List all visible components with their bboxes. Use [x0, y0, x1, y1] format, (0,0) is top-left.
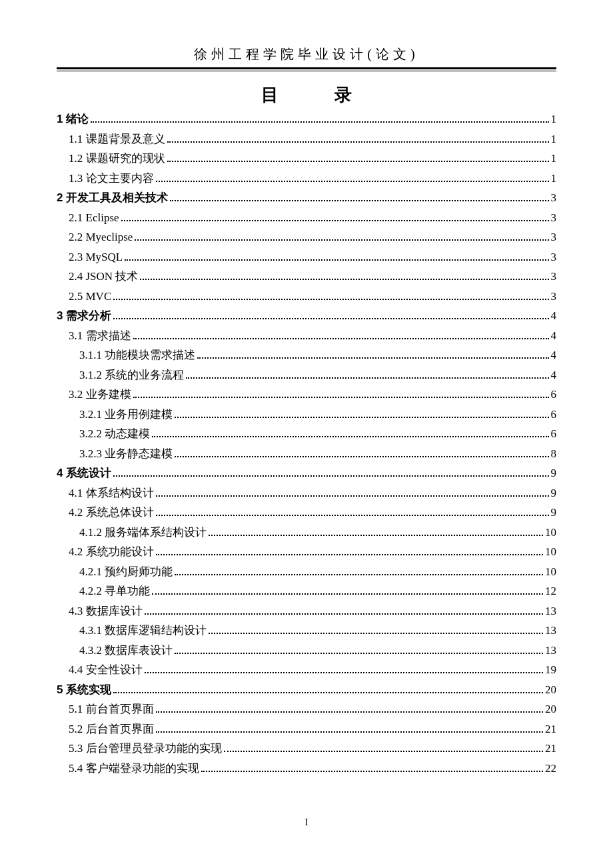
- toc-entry[interactable]: 1.3 论文主要内容1: [57, 173, 556, 184]
- toc-entry-page: 1: [551, 113, 557, 125]
- toc-entry[interactable]: 3.2.3 业务静态建模8: [57, 448, 556, 459]
- toc-entry[interactable]: 1.2 课题研究的现状1: [57, 153, 556, 164]
- toc-leader-dots: [170, 192, 548, 201]
- toc-leader-dots: [152, 428, 548, 437]
- toc-leader-dots: [156, 487, 549, 497]
- toc-entry-label: 3 需求分析: [57, 310, 111, 321]
- toc-leader-dots: [186, 369, 548, 379]
- toc-entry-label: 4.1.2 服务端体系结构设计: [79, 527, 207, 538]
- toc-entry-page: 4: [551, 369, 557, 381]
- toc-entry-page: 20: [545, 703, 556, 715]
- toc-entry-page: 10: [545, 566, 556, 577]
- toc-entry-page: 9: [551, 467, 557, 479]
- toc-entry[interactable]: 2.4 JSON 技术3: [57, 271, 556, 282]
- toc-leader-dots: [91, 113, 548, 123]
- toc-entry[interactable]: 4.1.2 服务端体系结构设计10: [57, 527, 556, 538]
- toc-entry-label: 5.1 前台首页界面: [69, 703, 154, 715]
- toc-entry-page: 6: [551, 428, 557, 439]
- page-number-footer: I: [0, 817, 613, 828]
- toc-leader-dots: [175, 566, 543, 575]
- toc-entry[interactable]: 3.1.2 系统的业务流程4: [57, 369, 556, 381]
- toc-leader-dots: [167, 133, 549, 143]
- toc-entry[interactable]: 4.3 数据库设计13: [57, 605, 556, 617]
- document-page: 徐州工程学院毕业设计(论文) 目录 1 绪论11.1 课题背景及意义11.2 课…: [0, 0, 613, 809]
- toc-leader-dots: [197, 349, 548, 359]
- toc-entry[interactable]: 3.2.2 动态建模6: [57, 428, 556, 439]
- toc-entry-label: 5 系统实现: [57, 684, 111, 695]
- toc-leader-dots: [140, 271, 548, 280]
- toc-entry[interactable]: 4.1 体系结构设计9: [57, 487, 556, 499]
- toc-entry-page: 4: [551, 310, 557, 321]
- toc-entry[interactable]: 1.1 课题背景及意义1: [57, 133, 556, 145]
- toc-entry[interactable]: 4.2.2 寻单功能12: [57, 585, 556, 597]
- toc-entry-page: 1: [551, 133, 557, 145]
- toc-entry[interactable]: 5.3 后台管理员登录功能的实现21: [57, 743, 556, 754]
- toc-entry-page: 6: [551, 389, 557, 400]
- toc-entry[interactable]: 5 系统实现20: [57, 684, 556, 695]
- toc-entry[interactable]: 5.1 前台首页界面20: [57, 703, 556, 715]
- toc-entry[interactable]: 2.2 Myeclipse3: [57, 231, 556, 243]
- toc-entry-label: 4 系统设计: [57, 467, 111, 479]
- toc-entry[interactable]: 4.2 系统总体设计9: [57, 507, 556, 518]
- toc-entry[interactable]: 2 开发工具及相关技术3: [57, 192, 556, 203]
- toc-entry[interactable]: 4.4 安全性设计19: [57, 664, 556, 675]
- toc-leader-dots: [201, 763, 544, 772]
- table-of-contents: 1 绪论11.1 课题背景及意义11.2 课题研究的现状11.3 论文主要内容1…: [57, 113, 556, 774]
- toc-leader-dots: [113, 467, 548, 477]
- toc-entry-page: 6: [551, 409, 557, 420]
- toc-entry[interactable]: 4 系统设计9: [57, 467, 556, 479]
- toc-entry-page: 13: [545, 625, 556, 636]
- header-rule: [57, 67, 556, 71]
- toc-entry[interactable]: 4.2.1 预约厨师功能10: [57, 566, 556, 577]
- toc-entry[interactable]: 4.3.1 数据库逻辑结构设计13: [57, 625, 556, 636]
- toc-entry[interactable]: 3 需求分析4: [57, 310, 556, 321]
- toc-entry-label: 5.4 客户端登录功能的实现: [69, 763, 199, 774]
- toc-entry-label: 1 绪论: [57, 113, 89, 125]
- toc-leader-dots: [175, 645, 543, 654]
- toc-entry-label: 2.4 JSON 技术: [69, 271, 138, 282]
- toc-entry-label: 3.1 需求描述: [69, 330, 131, 341]
- toc-leader-dots: [156, 546, 544, 555]
- toc-leader-dots: [156, 507, 549, 516]
- toc-entry-page: 3: [551, 231, 557, 243]
- toc-heading: 目录: [57, 83, 556, 107]
- toc-entry[interactable]: 4.2 系统功能设计10: [57, 546, 556, 557]
- toc-entry[interactable]: 3.2 业务建模6: [57, 389, 556, 400]
- toc-leader-dots: [113, 684, 543, 693]
- toc-entry-page: 9: [551, 487, 557, 499]
- toc-entry[interactable]: 3.1 需求描述4: [57, 330, 556, 341]
- toc-leader-dots: [121, 212, 549, 221]
- toc-leader-dots: [145, 664, 544, 673]
- toc-leader-dots: [113, 291, 548, 300]
- toc-entry[interactable]: 2.1 Eclipse3: [57, 212, 556, 223]
- toc-entry-label: 1.1 课题背景及意义: [69, 133, 165, 145]
- toc-entry[interactable]: 1 绪论1: [57, 113, 556, 125]
- toc-leader-dots: [125, 251, 548, 261]
- toc-entry-label: 4.4 安全性设计: [69, 664, 143, 675]
- toc-entry[interactable]: 2.3 MySQL3: [57, 251, 556, 263]
- toc-entry-label: 2.3 MySQL: [69, 251, 123, 263]
- running-header: 徐州工程学院毕业设计(论文): [57, 45, 556, 63]
- toc-entry-page: 13: [545, 605, 556, 617]
- toc-entry-label: 2.5 MVC: [69, 291, 111, 302]
- toc-heading-right: 录: [334, 85, 352, 105]
- toc-leader-dots: [145, 605, 544, 615]
- toc-entry[interactable]: 2.5 MVC3: [57, 291, 556, 302]
- toc-entry[interactable]: 3.1.1 功能模块需求描述4: [57, 349, 556, 361]
- toc-entry-page: 1: [551, 173, 557, 184]
- toc-entry-page: 10: [545, 546, 556, 557]
- toc-leader-dots: [175, 409, 548, 418]
- toc-entry[interactable]: 4.3.2 数据库表设计13: [57, 645, 556, 656]
- toc-entry[interactable]: 5.4 客户端登录功能的实现22: [57, 763, 556, 774]
- toc-entry-label: 3.2.2 动态建模: [79, 428, 150, 439]
- toc-entry[interactable]: 3.2.1 业务用例建模6: [57, 409, 556, 420]
- toc-entry-page: 12: [545, 585, 556, 597]
- toc-entry-label: 4.1 体系结构设计: [69, 487, 154, 499]
- toc-entry-page: 20: [545, 684, 556, 695]
- toc-entry-label: 4.3.2 数据库表设计: [79, 645, 173, 656]
- toc-leader-dots: [156, 173, 549, 182]
- toc-leader-dots: [133, 389, 549, 398]
- toc-entry[interactable]: 5.2 后台首页界面21: [57, 723, 556, 735]
- toc-leader-dots: [175, 448, 548, 457]
- toc-entry-label: 4.2.1 预约厨师功能: [79, 566, 173, 577]
